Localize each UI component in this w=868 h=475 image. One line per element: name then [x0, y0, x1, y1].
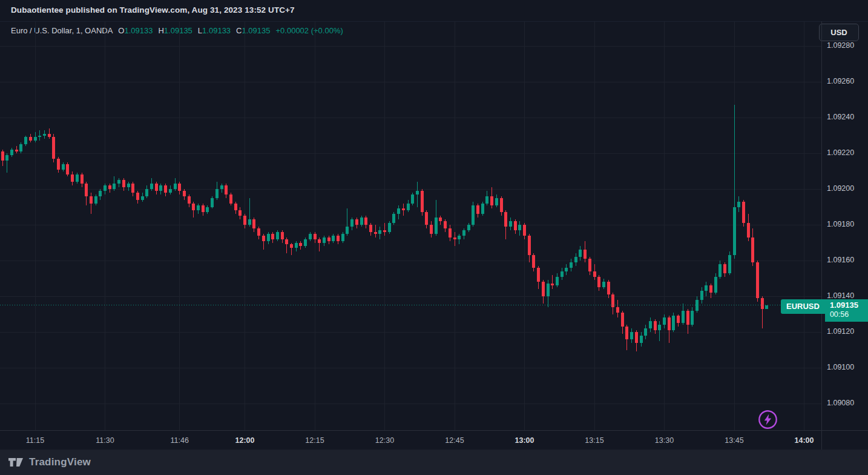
footer-bar: TradingView — [0, 450, 868, 475]
candle — [243, 214, 246, 228]
candle — [430, 221, 433, 238]
candle — [290, 243, 293, 256]
candle — [700, 287, 703, 304]
candle — [756, 261, 759, 302]
price-axis-label: 1.09180 — [827, 220, 854, 228]
candle — [472, 202, 475, 227]
candle — [728, 251, 731, 274]
candle — [38, 130, 41, 141]
candle — [425, 210, 428, 228]
candle — [611, 293, 614, 314]
time-axis[interactable]: 11:1511:3011:4612:0012:1512:3012:4513:00… — [0, 430, 868, 450]
candle — [43, 130, 46, 139]
candle — [374, 225, 377, 238]
tradingview-logo-text: TradingView — [29, 456, 91, 468]
candle — [490, 187, 493, 208]
candle — [267, 232, 270, 245]
candle — [514, 219, 517, 234]
candle — [654, 319, 657, 334]
candle — [332, 234, 335, 243]
candle — [718, 261, 722, 279]
price-axis-label: 1.09080 — [827, 399, 854, 407]
candle — [90, 193, 93, 214]
price-axis-label: 1.09200 — [827, 184, 854, 193]
candle — [5, 153, 8, 173]
candle — [276, 230, 279, 241]
candle — [309, 232, 312, 241]
candle — [495, 194, 498, 207]
candle — [117, 178, 120, 187]
candle — [691, 307, 694, 327]
candle — [435, 200, 438, 236]
candle — [183, 189, 186, 200]
candle — [602, 279, 605, 290]
candle — [481, 202, 484, 216]
time-axis-label: 12:15 — [305, 436, 324, 445]
candle — [164, 184, 167, 196]
candle — [537, 266, 540, 289]
candle — [314, 232, 317, 243]
candle — [677, 314, 680, 327]
candle — [705, 282, 708, 296]
candle — [392, 212, 395, 225]
candlestick-canvas[interactable] — [0, 21, 821, 430]
candle — [34, 132, 37, 143]
candle — [644, 325, 647, 339]
candle — [304, 238, 307, 248]
candle — [150, 178, 153, 191]
time-axis-label: 13:45 — [725, 436, 743, 445]
price-axis-label: 1.09260 — [827, 77, 854, 85]
candle — [439, 216, 442, 225]
candle — [607, 280, 610, 298]
candle — [388, 221, 391, 234]
candle — [765, 305, 768, 309]
candle — [635, 330, 638, 351]
price-label-value-box: 1.09135 00:56 — [825, 299, 868, 322]
lightning-button[interactable] — [757, 408, 779, 431]
price-label-symbol: EURUSD — [781, 299, 825, 314]
candle — [458, 234, 461, 245]
candle — [532, 253, 535, 271]
candle — [159, 184, 162, 194]
candle — [29, 134, 32, 143]
candle — [476, 204, 479, 218]
countdown-timer: 00:56 — [830, 310, 868, 319]
price-label-price: 1.09135 — [830, 301, 868, 310]
candle — [136, 191, 139, 204]
candle — [211, 196, 214, 209]
candle — [551, 275, 554, 290]
candle — [178, 182, 181, 194]
candle — [174, 178, 177, 191]
price-axis[interactable]: 1.092801.092601.092401.092201.092001.091… — [822, 21, 868, 430]
candle — [616, 300, 619, 318]
candle — [104, 184, 107, 194]
price-axis-label: 1.09280 — [827, 41, 854, 50]
candle — [672, 313, 675, 332]
candle — [141, 193, 144, 202]
candle — [658, 321, 661, 340]
candle — [565, 264, 568, 275]
time-axis-label: 13:15 — [585, 436, 603, 445]
candle — [248, 198, 251, 227]
candle — [378, 227, 381, 239]
candle — [402, 204, 405, 216]
tradingview-logo[interactable]: TradingView — [8, 456, 91, 468]
candle — [364, 216, 367, 228]
price-axis-label: 1.09220 — [827, 148, 854, 157]
candle — [238, 207, 242, 220]
candle — [733, 105, 736, 259]
candle — [10, 148, 13, 157]
candle — [24, 136, 27, 147]
candle — [113, 176, 116, 191]
time-axis-label: 11:46 — [171, 436, 189, 445]
lightning-icon — [757, 408, 779, 431]
candle — [71, 171, 74, 186]
candle — [323, 236, 326, 247]
candle — [528, 234, 531, 262]
candle — [169, 185, 172, 194]
page-title: Dubaotientee published on TradingView.co… — [11, 5, 295, 15]
candle — [751, 228, 754, 266]
candle — [561, 268, 564, 281]
candle — [19, 142, 22, 153]
candle — [547, 280, 550, 307]
